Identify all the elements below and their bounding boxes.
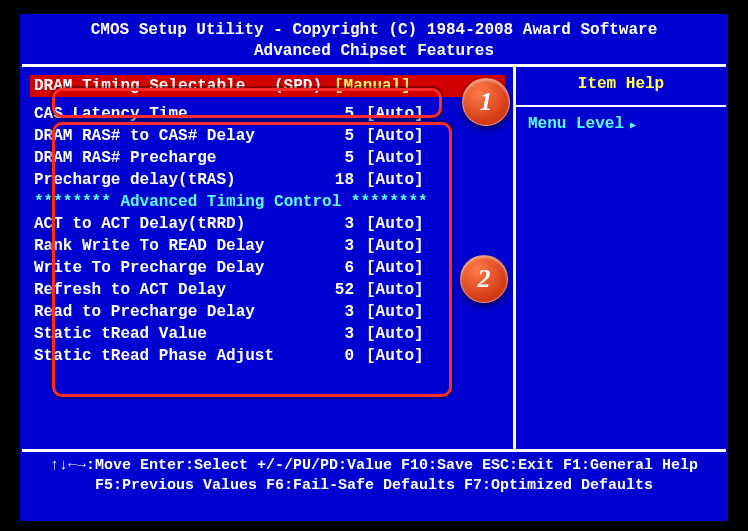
header-line-2: Advanced Chipset Features xyxy=(22,41,726,62)
setting-value: 3 xyxy=(314,303,354,321)
act-to-act-row[interactable]: ACT to ACT Delay(tRRD) 3 [Auto] xyxy=(34,213,501,235)
dram-ras-precharge-row[interactable]: DRAM RAS# Precharge 5 [Auto] xyxy=(34,147,501,169)
setting-mode[interactable]: [Auto] xyxy=(354,149,444,167)
dram-ras-cas-row[interactable]: DRAM RAS# to CAS# Delay 5 [Auto] xyxy=(34,125,501,147)
setting-mode[interactable]: [Manual] xyxy=(334,77,411,95)
setting-mode[interactable]: [Auto] xyxy=(354,127,444,145)
setting-label: DRAM RAS# Precharge xyxy=(34,149,314,167)
setting-label: Precharge delay(tRAS) xyxy=(34,171,314,189)
setting-label: Refresh to ACT Delay xyxy=(34,281,314,299)
help-panel: Item Help Menu Level xyxy=(516,67,726,449)
setting-label: Write To Precharge Delay xyxy=(34,259,314,277)
setting-value: 6 xyxy=(314,259,354,277)
main-area: DRAM Timing Selectable (SPD) [Manual] CA… xyxy=(22,64,726,452)
settings-panel: DRAM Timing Selectable (SPD) [Manual] CA… xyxy=(22,67,516,449)
setting-label: DRAM RAS# to CAS# Delay xyxy=(34,127,314,145)
setting-label: Static tRead Value xyxy=(34,325,314,343)
setting-mode[interactable]: [Auto] xyxy=(354,303,444,321)
setting-value: 3 xyxy=(314,215,354,233)
static-tread-row[interactable]: Static tRead Value 3 [Auto] xyxy=(34,323,501,345)
setting-mode[interactable]: [Auto] xyxy=(354,259,444,277)
setting-spd: (SPD) xyxy=(274,77,334,95)
setting-label: Read to Precharge Delay xyxy=(34,303,314,321)
bios-screen: CMOS Setup Utility - Copyright (C) 1984-… xyxy=(20,14,728,521)
setting-value: 52 xyxy=(314,281,354,299)
header-line-1: CMOS Setup Utility - Copyright (C) 1984-… xyxy=(22,20,726,41)
setting-value: 5 xyxy=(314,127,354,145)
refresh-act-row[interactable]: Refresh to ACT Delay 52 [Auto] xyxy=(34,279,501,301)
rank-write-read-row[interactable]: Rank Write To READ Delay 3 [Auto] xyxy=(34,235,501,257)
help-title: Item Help xyxy=(528,75,714,93)
menu-level: Menu Level xyxy=(528,115,714,133)
setting-label: Static tRead Phase Adjust xyxy=(34,347,314,365)
setting-mode[interactable]: [Auto] xyxy=(354,237,444,255)
help-divider xyxy=(516,105,726,107)
setting-label: CAS Latency Time xyxy=(34,105,314,123)
setting-value: 18 xyxy=(314,171,354,189)
setting-value: 5 xyxy=(314,105,354,123)
setting-mode[interactable]: [Auto] xyxy=(354,105,444,123)
precharge-delay-row[interactable]: Precharge delay(tRAS) 18 [Auto] xyxy=(34,169,501,191)
setting-value: 0 xyxy=(314,347,354,365)
bios-header: CMOS Setup Utility - Copyright (C) 1984-… xyxy=(22,16,726,64)
footer-line-2: F5:Previous Values F6:Fail-Safe Defaults… xyxy=(22,476,726,496)
cas-latency-row[interactable]: CAS Latency Time 5 [Auto] xyxy=(34,103,501,125)
setting-mode[interactable]: [Auto] xyxy=(354,347,444,365)
setting-mode[interactable]: [Auto] xyxy=(354,215,444,233)
setting-mode[interactable]: [Auto] xyxy=(354,281,444,299)
dram-timing-selectable-row[interactable]: DRAM Timing Selectable (SPD) [Manual] xyxy=(30,75,505,97)
setting-label: Rank Write To READ Delay xyxy=(34,237,314,255)
setting-value: 5 xyxy=(314,149,354,167)
footer-line-1: ↑↓←→:Move Enter:Select +/-/PU/PD:Value F… xyxy=(22,456,726,476)
setting-label: DRAM Timing Selectable xyxy=(34,77,274,95)
setting-value: 3 xyxy=(314,325,354,343)
setting-mode[interactable]: [Auto] xyxy=(354,325,444,343)
write-precharge-row[interactable]: Write To Precharge Delay 6 [Auto] xyxy=(34,257,501,279)
read-precharge-row[interactable]: Read to Precharge Delay 3 [Auto] xyxy=(34,301,501,323)
footer-help: ↑↓←→:Move Enter:Select +/-/PU/PD:Value F… xyxy=(22,452,726,501)
setting-label: ACT to ACT Delay(tRRD) xyxy=(34,215,314,233)
advanced-timing-header: ******** Advanced Timing Control *******… xyxy=(34,191,501,213)
setting-mode[interactable]: [Auto] xyxy=(354,171,444,189)
static-tread-phase-row[interactable]: Static tRead Phase Adjust 0 [Auto] xyxy=(34,345,501,367)
setting-value: 3 xyxy=(314,237,354,255)
